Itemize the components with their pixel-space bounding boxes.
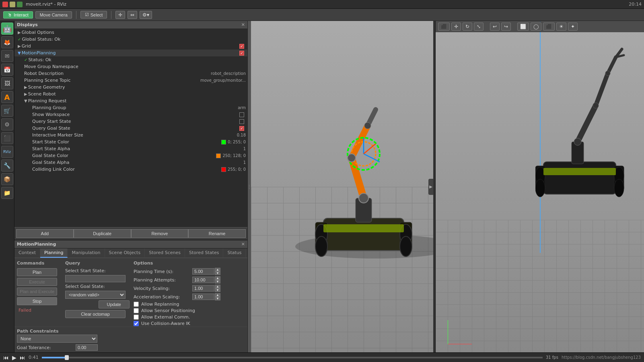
right-viewport[interactable] (436, 21, 644, 352)
select-button[interactable]: ☑ Select (80, 11, 107, 19)
rt-rotate-btn[interactable]: ↻ (463, 23, 472, 31)
grid-checkbox[interactable]: ✓ (239, 44, 244, 49)
velocity-scaling-down[interactable]: ▼ (215, 288, 220, 292)
tab-status[interactable]: Status (223, 248, 246, 258)
execute-button[interactable]: Execute (17, 278, 57, 286)
allow-sensor-checkbox[interactable] (134, 308, 139, 313)
play-button[interactable]: ▶ (12, 354, 16, 361)
tree-planning-request[interactable]: ▼ Planning Request (14, 97, 247, 104)
tree-colliding-color[interactable]: Colliding Link Color 255; 0; 0 (14, 166, 247, 173)
tree-global-status[interactable]: ✓ Global Status: Ok (14, 36, 247, 43)
close-displays-icon[interactable]: ✕ (241, 22, 245, 27)
planning-time-down[interactable]: ▼ (215, 271, 220, 275)
goal-state-select[interactable]: <random valid> (65, 291, 126, 299)
sidebar-icon-fire[interactable]: 🦊 (1, 36, 13, 48)
close-button[interactable] (2, 2, 8, 7)
sidebar-icon-amazon[interactable]: 🛒 (1, 105, 13, 117)
rt-cube-btn[interactable]: ⬜ (517, 23, 529, 31)
goal-tolerance-input[interactable]: 0.00 (76, 344, 98, 351)
tree-planning-group[interactable]: Planning Group arm (14, 104, 247, 111)
planning-attempts-input[interactable]: 10.00 (192, 277, 214, 283)
collapse-right-handle[interactable]: ▶ (428, 179, 433, 195)
constraints-select[interactable]: None (17, 335, 97, 343)
query-goal-checkbox[interactable]: ✓ (239, 126, 244, 131)
sidebar-icon-box[interactable]: 📦 (1, 173, 13, 185)
rt-cylinder-btn[interactable]: ⬛ (543, 23, 555, 31)
move-icon-button[interactable]: ✛ (115, 11, 125, 19)
timeline[interactable] (42, 357, 543, 358)
tab-scene-objects[interactable]: Scene Objects (105, 248, 145, 258)
use-collision-checkbox[interactable] (134, 321, 139, 326)
clear-octomap-button[interactable]: Clear octomap (65, 310, 126, 318)
tree-start-color[interactable]: Start State Color 0; 255; 0 (14, 139, 247, 145)
tree-marker-size[interactable]: Interactive Marker Size 0.18 (14, 132, 247, 139)
sidebar-icon-rviz[interactable]: 🤖 (1, 23, 13, 35)
minimize-button[interactable] (10, 2, 15, 7)
tree-query-start[interactable]: Query Start State (14, 118, 247, 125)
skip-back-button[interactable]: ⏮ (3, 354, 9, 361)
start-color-swatch[interactable] (221, 140, 226, 145)
settings-icon-button[interactable]: ⚙▾ (140, 11, 152, 19)
tree-status-ok[interactable]: ✓ Status: Ok (14, 56, 247, 63)
accel-scaling-input[interactable]: 1.00 (192, 294, 214, 300)
mp-checkbox[interactable]: ✓ (239, 51, 244, 56)
rename-button[interactable]: Rename (188, 229, 246, 238)
tree-grid[interactable]: ▶ Grid ✓ (14, 43, 247, 50)
left-divider[interactable]: ⋮ (248, 21, 251, 352)
sidebar-icon-rviz2[interactable]: RViz (1, 146, 13, 158)
allow-external-checkbox[interactable] (134, 314, 139, 320)
interact-button[interactable]: 🖱 Interact (3, 11, 33, 19)
velocity-scaling-up[interactable]: ▲ (215, 285, 220, 288)
tree-scene-geometry[interactable]: ▶ Scene Geometry (14, 84, 247, 91)
tree-move-group-ns[interactable]: Move Group Namespace (14, 63, 247, 70)
viewport[interactable]: ▶ (251, 21, 433, 352)
accel-scaling-down[interactable]: ▼ (215, 297, 220, 300)
rt-move-btn[interactable]: ✛ (451, 23, 461, 31)
close-motion-icon[interactable]: ✕ (241, 242, 245, 247)
query-start-checkbox[interactable] (239, 119, 244, 124)
rt-render-btn[interactable]: ✦ (568, 23, 578, 31)
rt-select-btn[interactable]: ⬛ (438, 23, 450, 31)
arrows-icon-button[interactable]: ⇔ (128, 11, 137, 19)
sidebar-icon-img[interactable]: 🖼 (1, 77, 13, 89)
duplicate-button[interactable]: Duplicate (74, 229, 131, 238)
update-button[interactable]: Update (99, 300, 130, 308)
planning-time-up[interactable]: ▲ (215, 268, 220, 271)
planning-time-input[interactable]: 5.00 (192, 268, 214, 275)
colliding-color-swatch[interactable] (221, 167, 226, 172)
sidebar-icon-a[interactable]: A (1, 91, 13, 103)
rt-undo-btn[interactable]: ↩ (490, 23, 500, 31)
stop-button[interactable]: Stop (17, 297, 57, 305)
allow-replanning-checkbox[interactable] (134, 302, 139, 307)
tree-planning-scene[interactable]: Planning Scene Topic move_group/monitor.… (14, 77, 247, 84)
sidebar-icon-cal[interactable]: 📅 (1, 64, 13, 76)
add-button[interactable]: Add (16, 229, 74, 238)
move-camera-button[interactable]: Move Camera (35, 11, 72, 19)
goal-color-swatch[interactable] (216, 153, 221, 158)
accel-scaling-up[interactable]: ▲ (215, 293, 220, 297)
sidebar-icon-gear2[interactable]: 🔧 (1, 159, 13, 172)
planning-attempts-up[interactable]: ▲ (215, 276, 220, 280)
sidebar-icon-mail[interactable]: ✉ (1, 50, 13, 62)
sidebar-icon-settings[interactable]: ⚙ (1, 118, 13, 130)
rt-redo-btn[interactable]: ↪ (501, 23, 511, 31)
plan-execute-button[interactable]: Plan and Execute (17, 288, 57, 296)
tree-robot-desc[interactable]: Robot Description robot_description (14, 70, 247, 77)
rt-light-btn[interactable]: ☀ (556, 23, 566, 31)
show-workspace-checkbox[interactable] (239, 112, 244, 117)
plan-button[interactable]: Plan (17, 268, 57, 276)
tree-start-alpha[interactable]: Start State Alpha 1 (14, 145, 247, 152)
sidebar-icon-misc[interactable]: 📁 (1, 187, 13, 199)
tree-global-options[interactable]: ▶ Global Options (14, 29, 247, 36)
rt-sphere-btn[interactable]: ◯ (531, 23, 541, 31)
tab-context[interactable]: Context (14, 248, 40, 258)
tab-planning[interactable]: Planning (40, 248, 68, 258)
tab-stored-states[interactable]: Stored States (185, 248, 223, 258)
tree-goal-color[interactable]: Goal State Color 250; 128; 0 (14, 152, 247, 159)
tree-scene-robot[interactable]: ▶ Scene Robot (14, 91, 247, 97)
tree-motion-planning[interactable]: ▼ MotionPlanning ✓ (14, 50, 247, 56)
sidebar-icon-terminal[interactable]: ⬛ (1, 132, 13, 144)
timeline-handle[interactable] (65, 355, 69, 360)
tab-manipulation[interactable]: Manipulation (68, 248, 105, 258)
skip-forward-button[interactable]: ⏭ (20, 354, 25, 361)
